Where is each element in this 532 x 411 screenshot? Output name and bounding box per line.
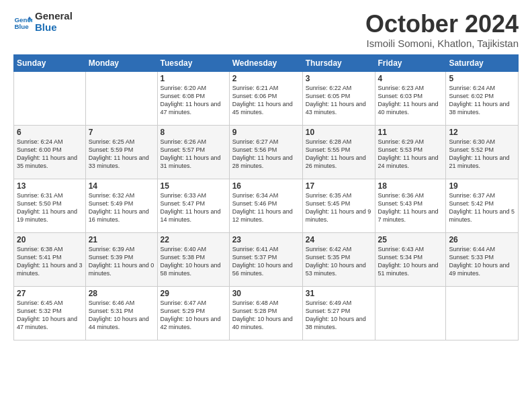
day-info: Sunrise: 6:41 AM Sunset: 5:37 PM Dayligh… [232, 245, 300, 278]
table-row: 31Sunrise: 6:49 AM Sunset: 5:27 PM Dayli… [302, 286, 375, 340]
col-tuesday: Tuesday [157, 54, 229, 71]
day-info: Sunrise: 6:23 AM Sunset: 6:03 PM Dayligh… [378, 84, 443, 117]
header: General Blue General Blue October 2024 I… [13, 11, 519, 49]
logo-line2: Blue [35, 22, 73, 34]
day-number: 25 [378, 235, 443, 244]
table-row: 30Sunrise: 6:48 AM Sunset: 5:28 PM Dayli… [229, 286, 302, 340]
day-info: Sunrise: 6:30 AM Sunset: 5:52 PM Dayligh… [449, 138, 515, 171]
day-number: 27 [17, 289, 83, 298]
day-info: Sunrise: 6:44 AM Sunset: 5:33 PM Dayligh… [449, 245, 515, 278]
table-row: 1Sunrise: 6:20 AM Sunset: 6:08 PM Daylig… [157, 71, 229, 125]
day-number: 9 [232, 128, 300, 137]
day-info: Sunrise: 6:24 AM Sunset: 6:00 PM Dayligh… [17, 138, 83, 171]
calendar-row: 1Sunrise: 6:20 AM Sunset: 6:08 PM Daylig… [14, 71, 519, 125]
day-info: Sunrise: 6:24 AM Sunset: 6:02 PM Dayligh… [449, 84, 515, 117]
day-number: 26 [449, 235, 515, 244]
day-number: 7 [89, 128, 154, 137]
title-section: October 2024 Ismoili Somoni, Khatlon, Ta… [365, 11, 519, 49]
col-saturday: Saturday [446, 54, 519, 71]
table-row: 3Sunrise: 6:22 AM Sunset: 6:05 PM Daylig… [302, 71, 375, 125]
table-row: 9Sunrise: 6:27 AM Sunset: 5:56 PM Daylig… [229, 125, 302, 179]
day-info: Sunrise: 6:31 AM Sunset: 5:50 PM Dayligh… [17, 191, 83, 224]
day-number: 22 [161, 235, 226, 244]
col-wednesday: Wednesday [229, 54, 302, 71]
day-info: Sunrise: 6:48 AM Sunset: 5:28 PM Dayligh… [232, 299, 300, 332]
table-row: 16Sunrise: 6:34 AM Sunset: 5:46 PM Dayli… [229, 179, 302, 232]
day-info: Sunrise: 6:46 AM Sunset: 5:31 PM Dayligh… [89, 299, 154, 332]
day-number: 20 [17, 235, 83, 244]
day-number: 15 [161, 181, 226, 191]
day-info: Sunrise: 6:36 AM Sunset: 5:43 PM Dayligh… [378, 191, 443, 224]
table-row [375, 286, 446, 340]
calendar-row: 27Sunrise: 6:45 AM Sunset: 5:32 PM Dayli… [14, 286, 519, 340]
month-title: October 2024 [365, 11, 519, 38]
table-row: 22Sunrise: 6:40 AM Sunset: 5:38 PM Dayli… [157, 232, 229, 286]
day-number: 19 [449, 181, 515, 191]
table-row: 23Sunrise: 6:41 AM Sunset: 5:37 PM Dayli… [229, 232, 302, 286]
day-info: Sunrise: 6:26 AM Sunset: 5:57 PM Dayligh… [161, 138, 226, 171]
table-row: 25Sunrise: 6:43 AM Sunset: 5:34 PM Dayli… [375, 232, 446, 286]
table-row: 12Sunrise: 6:30 AM Sunset: 5:52 PM Dayli… [446, 125, 519, 179]
day-info: Sunrise: 6:21 AM Sunset: 6:06 PM Dayligh… [232, 84, 300, 117]
day-info: Sunrise: 6:22 AM Sunset: 6:05 PM Dayligh… [306, 84, 372, 117]
header-row: Sunday Monday Tuesday Wednesday Thursday… [14, 54, 519, 71]
table-row: 24Sunrise: 6:42 AM Sunset: 5:35 PM Dayli… [302, 232, 375, 286]
day-info: Sunrise: 6:49 AM Sunset: 5:27 PM Dayligh… [306, 299, 372, 332]
table-row: 13Sunrise: 6:31 AM Sunset: 5:50 PM Dayli… [14, 179, 86, 232]
logo-wordmark: General Blue [35, 11, 73, 33]
day-number: 31 [306, 289, 372, 298]
table-row: 6Sunrise: 6:24 AM Sunset: 6:00 PM Daylig… [14, 125, 86, 179]
table-row: 20Sunrise: 6:38 AM Sunset: 5:41 PM Dayli… [14, 232, 86, 286]
logo-icon: General Blue [13, 13, 32, 32]
day-info: Sunrise: 6:47 AM Sunset: 5:29 PM Dayligh… [161, 299, 226, 332]
table-row: 26Sunrise: 6:44 AM Sunset: 5:33 PM Dayli… [446, 232, 519, 286]
table-row: 2Sunrise: 6:21 AM Sunset: 6:06 PM Daylig… [229, 71, 302, 125]
location-title: Ismoili Somoni, Khatlon, Tajikistan [365, 38, 519, 49]
table-row: 8Sunrise: 6:26 AM Sunset: 5:57 PM Daylig… [157, 125, 229, 179]
table-row: 19Sunrise: 6:37 AM Sunset: 5:42 PM Dayli… [446, 179, 519, 232]
day-number: 21 [89, 235, 154, 244]
table-row: 7Sunrise: 6:25 AM Sunset: 5:59 PM Daylig… [85, 125, 157, 179]
calendar-row: 6Sunrise: 6:24 AM Sunset: 6:00 PM Daylig… [14, 125, 519, 179]
day-number: 29 [161, 289, 226, 298]
day-number: 16 [232, 181, 300, 191]
day-number: 24 [306, 235, 372, 244]
day-number: 14 [89, 181, 154, 191]
table-row: 4Sunrise: 6:23 AM Sunset: 6:03 PM Daylig… [375, 71, 446, 125]
table-row: 17Sunrise: 6:35 AM Sunset: 5:45 PM Dayli… [302, 179, 375, 232]
day-number: 1 [161, 74, 226, 83]
day-number: 30 [232, 289, 300, 298]
table-row: 28Sunrise: 6:46 AM Sunset: 5:31 PM Dayli… [85, 286, 157, 340]
table-row: 5Sunrise: 6:24 AM Sunset: 6:02 PM Daylig… [446, 71, 519, 125]
day-number: 6 [17, 128, 83, 137]
table-row [85, 71, 157, 125]
day-number: 11 [378, 128, 443, 137]
calendar-table: Sunday Monday Tuesday Wednesday Thursday… [13, 54, 519, 340]
table-row: 29Sunrise: 6:47 AM Sunset: 5:29 PM Dayli… [157, 286, 229, 340]
calendar-row: 13Sunrise: 6:31 AM Sunset: 5:50 PM Dayli… [14, 179, 519, 232]
day-info: Sunrise: 6:32 AM Sunset: 5:49 PM Dayligh… [89, 191, 154, 224]
logo: General Blue General Blue [13, 11, 73, 33]
col-sunday: Sunday [14, 54, 86, 71]
table-row [446, 286, 519, 340]
day-info: Sunrise: 6:43 AM Sunset: 5:34 PM Dayligh… [378, 245, 443, 278]
day-info: Sunrise: 6:20 AM Sunset: 6:08 PM Dayligh… [161, 84, 226, 117]
day-number: 23 [232, 235, 300, 244]
table-row [14, 71, 86, 125]
day-info: Sunrise: 6:27 AM Sunset: 5:56 PM Dayligh… [232, 138, 300, 171]
day-info: Sunrise: 6:42 AM Sunset: 5:35 PM Dayligh… [306, 245, 372, 278]
day-info: Sunrise: 6:38 AM Sunset: 5:41 PM Dayligh… [17, 245, 83, 278]
day-number: 12 [449, 128, 515, 137]
col-thursday: Thursday [302, 54, 375, 71]
table-row: 14Sunrise: 6:32 AM Sunset: 5:49 PM Dayli… [85, 179, 157, 232]
table-row: 15Sunrise: 6:33 AM Sunset: 5:47 PM Dayli… [157, 179, 229, 232]
page: General Blue General Blue October 2024 I… [0, 0, 532, 411]
day-info: Sunrise: 6:35 AM Sunset: 5:45 PM Dayligh… [306, 191, 372, 224]
day-number: 17 [306, 181, 372, 191]
col-monday: Monday [85, 54, 157, 71]
calendar-row: 20Sunrise: 6:38 AM Sunset: 5:41 PM Dayli… [14, 232, 519, 286]
day-number: 4 [378, 74, 443, 83]
day-number: 2 [232, 74, 300, 83]
day-number: 5 [449, 74, 515, 83]
day-info: Sunrise: 6:29 AM Sunset: 5:53 PM Dayligh… [378, 138, 443, 171]
